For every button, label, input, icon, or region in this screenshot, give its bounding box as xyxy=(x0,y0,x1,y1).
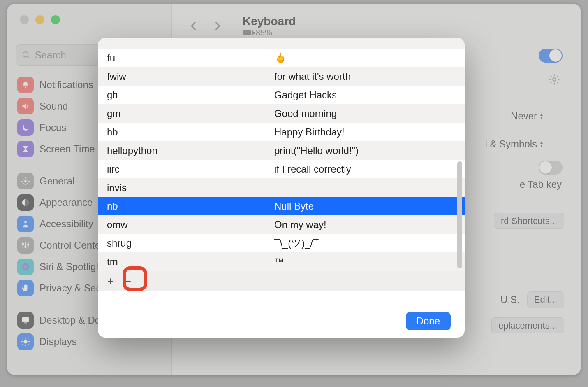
text-replacements-sheet: fu🖕fwiwfor what it's worthghGadget Hacks… xyxy=(98,38,465,338)
remove-button[interactable] xyxy=(120,274,136,289)
toggle[interactable] xyxy=(539,49,563,63)
sidebar-item-label: Displays xyxy=(39,336,77,347)
table-row[interactable]: hellopythonprint("Hello world!") xyxy=(98,141,465,160)
svg-rect-14 xyxy=(24,323,27,324)
search-icon xyxy=(22,50,31,60)
edit-button[interactable]: Edit... xyxy=(527,291,564,308)
svg-point-9 xyxy=(22,243,24,245)
with-cell[interactable]: Good morning xyxy=(269,108,465,119)
replace-cell[interactable]: iirc xyxy=(98,163,269,175)
table-row[interactable]: shrug¯\_(ツ)_/¯ xyxy=(98,234,465,252)
replace-cell[interactable]: gh xyxy=(98,89,269,101)
page-title: Keyboard xyxy=(243,15,296,28)
brightness-icon xyxy=(17,333,34,350)
siri-icon xyxy=(17,259,34,275)
hand-icon xyxy=(17,280,34,296)
table-row[interactable]: ghGadget Hacks xyxy=(98,86,465,104)
svg-line-32 xyxy=(557,76,558,77)
appearance-icon xyxy=(17,194,34,211)
replace-cell[interactable]: omw xyxy=(98,219,269,231)
battery-icon xyxy=(243,30,253,35)
table-footer xyxy=(98,271,465,291)
close-window-icon[interactable] xyxy=(20,15,29,24)
sidebar-item-label: Control Cente xyxy=(39,240,100,251)
table-row[interactable]: omwOn my way! xyxy=(98,215,465,234)
minimize-window-icon[interactable] xyxy=(35,15,44,24)
forward-icon[interactable] xyxy=(211,20,223,32)
table-row[interactable]: invis xyxy=(98,178,465,197)
text-replacements-button[interactable]: eplacements... xyxy=(491,317,564,333)
with-cell[interactable]: ™ xyxy=(269,256,465,268)
replace-cell[interactable]: gm xyxy=(98,108,269,119)
speaker-icon xyxy=(17,98,34,114)
replace-cell[interactable]: tm xyxy=(98,256,269,268)
table-row[interactable]: hbHappy Birthday! xyxy=(98,123,465,141)
sidebar-item-label: Notifications xyxy=(39,79,93,91)
table-row[interactable]: tm™ xyxy=(98,252,465,271)
keyboard-shortcuts-button[interactable]: rd Shortcuts... xyxy=(494,213,564,229)
svg-point-10 xyxy=(25,246,26,248)
svg-line-22 xyxy=(23,344,23,345)
with-cell[interactable]: if I recall correctly xyxy=(269,163,465,175)
with-cell[interactable]: ¯\_(ツ)_/¯ xyxy=(269,237,465,250)
sidebar-item-label: Accessibility xyxy=(39,218,93,230)
scrollbar[interactable] xyxy=(457,161,462,268)
moon-icon xyxy=(17,119,34,136)
table-row[interactable]: fu🖕 xyxy=(98,49,465,67)
sidebar-item-label: Siri & Spotligh xyxy=(39,261,102,273)
sidebar-item-label: General xyxy=(39,175,74,187)
svg-line-29 xyxy=(551,76,552,77)
brightness-max-icon xyxy=(546,73,563,86)
with-cell[interactable]: Null Byte xyxy=(269,200,465,212)
svg-point-5 xyxy=(24,221,27,224)
dropdown-value[interactable]: i & Symbols xyxy=(485,138,537,150)
toggle[interactable] xyxy=(539,161,563,175)
with-cell[interactable]: for what it's worth xyxy=(269,71,465,82)
titlebar: Keyboard 85% xyxy=(172,12,581,40)
svg-point-15 xyxy=(24,340,27,343)
table-row[interactable] xyxy=(98,38,465,49)
sidebar-item-label: Screen Time xyxy=(39,143,95,155)
sidebar-item-label: Focus xyxy=(39,122,66,133)
table-row[interactable]: iircif I recall correctly xyxy=(98,160,465,178)
replace-cell[interactable]: invis xyxy=(98,182,269,194)
maximize-window-icon[interactable] xyxy=(51,15,60,24)
with-cell[interactable]: On my way! xyxy=(269,219,465,231)
sliders-icon xyxy=(17,237,34,254)
replace-cell[interactable]: hb xyxy=(98,126,269,138)
svg-point-2 xyxy=(25,87,26,89)
replace-cell[interactable]: fwiw xyxy=(98,71,269,82)
dropdown-value[interactable]: Never xyxy=(511,110,537,122)
person-icon xyxy=(17,216,34,232)
replacements-table[interactable]: fu🖕fwiwfor what it's worthghGadget Hacks… xyxy=(98,38,465,305)
table-row[interactable]: gmGood morning xyxy=(98,104,465,123)
sidebar-item-label: Sound xyxy=(39,100,68,112)
with-cell[interactable]: Happy Birthday! xyxy=(269,126,465,138)
done-button[interactable]: Done xyxy=(406,312,451,330)
battery-status: 85% xyxy=(243,28,296,37)
replace-cell[interactable]: fu xyxy=(98,52,269,64)
with-cell[interactable]: 🖕 xyxy=(269,52,465,64)
svg-rect-13 xyxy=(22,317,29,322)
replace-cell[interactable]: hellopython xyxy=(98,145,269,156)
replace-cell[interactable]: shrug xyxy=(98,238,269,249)
with-cell[interactable]: print("Hello world!") xyxy=(269,145,465,156)
svg-line-30 xyxy=(557,82,558,84)
back-icon[interactable] xyxy=(188,20,200,32)
with-cell[interactable]: Gadget Hacks xyxy=(269,89,465,101)
svg-line-1 xyxy=(28,56,30,58)
table-row[interactable]: nbNull Byte xyxy=(98,197,465,215)
replace-cell[interactable]: nb xyxy=(98,200,269,212)
table-row[interactable]: fwiwfor what it's worth xyxy=(98,67,465,86)
svg-point-11 xyxy=(28,244,29,245)
svg-line-31 xyxy=(551,82,552,84)
add-button[interactable] xyxy=(103,274,118,289)
svg-point-24 xyxy=(553,78,556,81)
svg-line-21 xyxy=(28,344,29,345)
gear-icon xyxy=(17,173,34,189)
input-source-label: U.S. xyxy=(500,294,520,305)
sidebar-item-label: Appearance xyxy=(39,197,93,208)
sidebar-item-label: Privacy & Sec xyxy=(39,282,101,294)
hourglass-icon xyxy=(17,141,34,157)
svg-point-0 xyxy=(23,52,28,57)
